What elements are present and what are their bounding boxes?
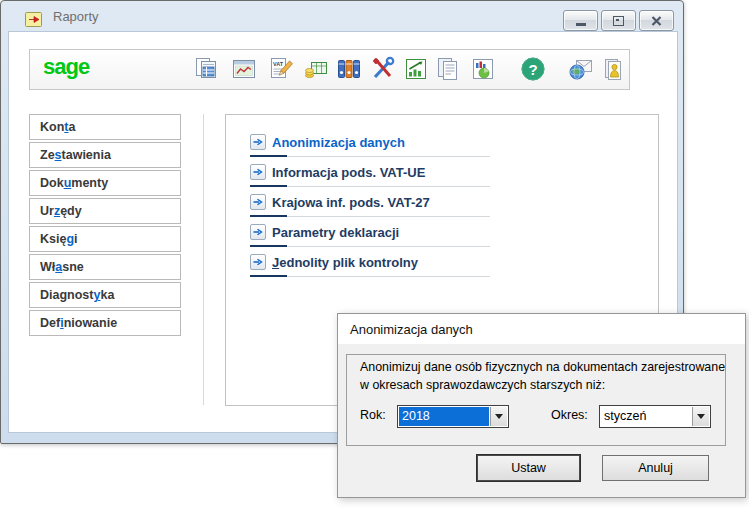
reports-button[interactable]	[193, 56, 219, 82]
analysis-button[interactable]	[403, 56, 429, 82]
cancel-button[interactable]: Anuluj	[602, 455, 709, 481]
maximize-icon	[613, 16, 624, 26]
year-dropdown-button[interactable]	[490, 407, 507, 426]
accel-letter: s	[55, 148, 62, 162]
close-icon	[651, 16, 662, 26]
globe-mail-icon	[568, 56, 594, 82]
label-part: Informacja pods. VAT-UE	[272, 165, 425, 180]
person-card-icon	[600, 56, 626, 82]
finance-table-button[interactable]	[303, 56, 329, 82]
link-underline	[250, 155, 490, 157]
link-label: Jednolity plik kontrolny	[272, 255, 418, 270]
vat-declaration-button[interactable]: VAT	[268, 56, 294, 82]
chevron-down-icon	[697, 414, 705, 419]
reports-stack-icon	[193, 56, 219, 82]
svg-text:VAT: VAT	[273, 61, 284, 67]
link-parametry-deklaracji[interactable]: Parametry deklaracji	[250, 224, 510, 252]
help-button[interactable]: ?	[520, 56, 546, 82]
sidebar-item-urzedy[interactable]: Urzędy	[29, 198, 181, 224]
help-icon: ?	[520, 56, 546, 82]
window-controls	[563, 10, 674, 31]
sidebar-item-ksiegi[interactable]: Księgi	[29, 226, 181, 252]
label-part: Ur	[40, 204, 54, 218]
send-online-button[interactable]	[568, 56, 594, 82]
anonimizacja-dialog: Anonimizacja danych Anonimizuj dane osób…	[337, 313, 746, 498]
label-part: ednolity plik kontrolny	[279, 255, 418, 270]
year-value: 2018	[399, 407, 489, 426]
chart-report-button[interactable]	[231, 56, 257, 82]
documents-copy-icon	[435, 56, 461, 82]
label-part: i	[74, 232, 77, 246]
sidebar-item-definiowanie[interactable]: Definiowanie	[29, 310, 181, 336]
label-part: ka	[100, 288, 114, 302]
chart-pie-button[interactable]	[470, 56, 496, 82]
label-part: Anonimizacja danych	[272, 135, 405, 150]
window-title: Raporty	[53, 9, 99, 24]
binders-icon	[336, 56, 362, 82]
link-anonimizacja-danych[interactable]: Anonimizacja danych	[250, 134, 510, 162]
sage-logo: sage	[43, 54, 89, 80]
link-label: Parametry deklaracji	[272, 225, 399, 240]
link-krajowa-inf-pods-vat-27[interactable]: Krajowa inf. pods. VAT-27	[250, 194, 510, 222]
finance-table-icon	[303, 56, 329, 82]
label-part: Krajowa inf. pods. VAT-27	[272, 195, 430, 210]
title-bar[interactable]: Raporty	[1, 1, 683, 31]
year-combobox[interactable]: 2018	[397, 405, 509, 428]
minimize-button[interactable]	[563, 10, 598, 31]
arrow-icon	[250, 224, 266, 240]
link-jednolity-plik-kontrolny[interactable]: Jednolity plik kontrolny	[250, 254, 510, 282]
sidebar-item-wlasne[interactable]: Własne	[29, 254, 181, 280]
arrow-icon	[250, 134, 266, 150]
label-part: Dok	[40, 176, 64, 190]
label-part: Wł	[40, 260, 55, 274]
period-dropdown-button[interactable]	[692, 407, 709, 426]
period-label: Okres:	[551, 408, 588, 422]
personal-data-button[interactable]	[600, 56, 626, 82]
label-part: Ze	[40, 148, 55, 162]
label-part: ędy	[60, 204, 82, 218]
link-underline	[250, 185, 490, 187]
close-button[interactable]	[639, 10, 674, 31]
sidebar-item-diagnostyka[interactable]: Diagnostyka	[29, 282, 181, 308]
dialog-title: Anonimizacja danych	[350, 322, 473, 337]
label-part: Diagnost	[40, 288, 93, 302]
label-part: Kon	[40, 120, 64, 134]
period-value: styczeń	[601, 407, 691, 426]
label-part: Parametry deklaracji	[272, 225, 399, 240]
link-underline	[250, 275, 490, 277]
minimize-icon	[576, 23, 586, 26]
label-part: menty	[71, 176, 108, 190]
svg-text:?: ?	[528, 61, 537, 78]
label-part: Księ	[40, 232, 66, 246]
link-label: Informacja pods. VAT-UE	[272, 165, 425, 180]
binders-button[interactable]	[336, 56, 362, 82]
label-part: Def	[40, 316, 60, 330]
toolbar: sage	[29, 49, 630, 90]
tools-icon	[370, 56, 396, 82]
documents-button[interactable]	[435, 56, 461, 82]
link-label: Anonimizacja danych	[272, 135, 405, 150]
sidebar-item-zestawienia[interactable]: Zestawienia	[29, 142, 181, 168]
maximize-button[interactable]	[601, 10, 636, 31]
year-label: Rok:	[360, 408, 386, 422]
set-button[interactable]: Ustaw	[477, 455, 580, 481]
label-part: a	[68, 120, 75, 134]
accel-letter: g	[66, 232, 74, 246]
dialog-description-line1: Anonimizuj dane osób fizycznych na dokum…	[360, 360, 725, 374]
link-underline	[250, 215, 490, 217]
chevron-down-icon	[495, 414, 503, 419]
label-part: tawienia	[62, 148, 111, 162]
dialog-title-bar[interactable]: Anonimizacja danych	[338, 314, 745, 344]
vat-declaration-icon: VAT	[268, 56, 294, 82]
chart-window-icon	[231, 56, 257, 82]
dialog-description-line2: w okresach sprawozdawczych starszych niż…	[360, 378, 605, 392]
arrow-icon	[250, 254, 266, 270]
sidebar-separator	[203, 114, 204, 405]
link-informacja-pods-vat-ue[interactable]: Informacja pods. VAT-UE	[250, 164, 510, 192]
link-underline	[250, 245, 490, 247]
sidebar-item-dokumenty[interactable]: Dokumenty	[29, 170, 181, 196]
tools-button[interactable]	[370, 56, 396, 82]
sidebar-item-konta[interactable]: Konta	[29, 114, 181, 140]
period-combobox[interactable]: styczeń	[599, 405, 711, 428]
arrow-icon	[250, 164, 266, 180]
